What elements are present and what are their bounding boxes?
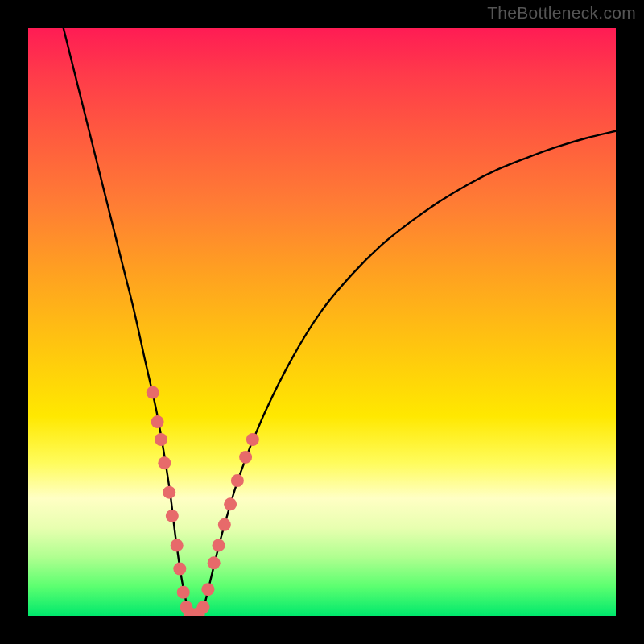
data-point-layer [28,28,616,616]
data-point [163,486,175,499]
data-point [246,433,259,446]
data-point [224,497,237,510]
data-point [158,456,171,469]
watermark-text: TheBottleneck.com [487,3,636,23]
data-point [231,474,244,487]
data-point [239,451,252,464]
data-point [147,386,159,399]
data-point [171,539,184,551]
data-point [166,510,179,522]
data-point [201,583,214,596]
chart-stage: TheBottleneck.com [0,0,644,644]
data-point [213,539,225,551]
data-point [218,518,231,531]
data-point [197,601,210,613]
data-point [151,415,164,428]
data-point [173,563,186,576]
data-point [208,556,221,569]
data-point [155,433,167,446]
plot-area [28,28,616,616]
data-point [177,586,190,599]
